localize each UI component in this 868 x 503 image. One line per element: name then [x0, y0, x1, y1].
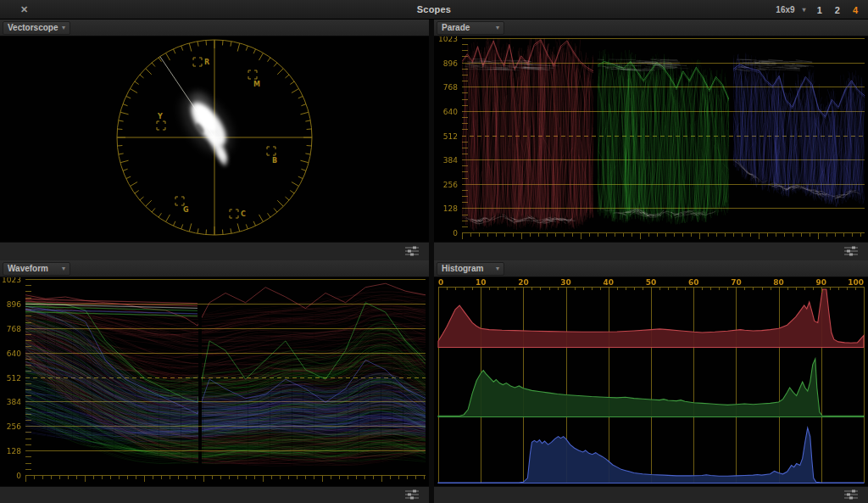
chevron-down-icon: ▾ — [62, 265, 65, 272]
close-icon[interactable]: ✕ — [20, 0, 28, 20]
chevron-down-icon: ▾ — [803, 7, 806, 14]
scope-settings-icon[interactable] — [844, 489, 858, 500]
waveform-header: Waveform ▾ — [0, 260, 429, 277]
waveform-display — [0, 277, 429, 486]
aspect-ratio-value: 16x9 — [776, 5, 794, 14]
vectorscope-type-dropdown[interactable]: Vectorscope ▾ — [3, 21, 70, 35]
aspect-ratio-select[interactable]: 16x9 ▾ — [776, 5, 805, 14]
parade-display — [434, 36, 868, 242]
layout-two-button[interactable]: 2 — [833, 4, 842, 16]
scopes-window: ✕ Scopes 16x9 ▾ 1 2 4 Vectorscope ▾ RMYB… — [0, 0, 868, 503]
histogram-panel: Histogram ▾ — [434, 260, 868, 503]
scope-settings-icon[interactable] — [405, 489, 419, 500]
titlebar: ✕ Scopes 16x9 ▾ 1 2 4 — [0, 0, 868, 20]
panel-title: Waveform — [8, 264, 48, 273]
chevron-down-icon: ▾ — [496, 265, 499, 272]
parade-trace — [434, 36, 868, 242]
histogram-footer — [434, 486, 868, 503]
vectorscope-header: Vectorscope ▾ — [0, 20, 429, 36]
svg-text:B: B — [272, 157, 277, 165]
vectorscope-graticule: RMYBGC — [0, 36, 429, 242]
svg-text:C: C — [241, 210, 246, 218]
panel-title: Parade — [442, 23, 470, 32]
chevron-down-icon: ▾ — [496, 25, 499, 31]
histogram-header: Histogram ▾ — [434, 260, 868, 277]
vectorscope-footer — [0, 242, 429, 260]
waveform-trace — [0, 277, 429, 486]
waveform-panel: Waveform ▾ — [0, 260, 429, 503]
parade-header: Parade ▾ — [434, 20, 868, 36]
panel-title: Histogram — [442, 264, 483, 273]
histogram-chart — [434, 277, 868, 486]
layout-four-button[interactable]: 4 — [851, 4, 860, 16]
scope-settings-icon[interactable] — [844, 246, 858, 257]
parade-panel: Parade ▾ — [434, 20, 868, 260]
svg-text:Y: Y — [157, 113, 163, 120]
parade-footer — [434, 242, 868, 260]
chevron-down-icon: ▾ — [62, 25, 65, 31]
scope-settings-icon[interactable] — [405, 246, 419, 257]
vectorscope-panel: Vectorscope ▾ RMYBGC — [0, 20, 429, 260]
waveform-type-dropdown[interactable]: Waveform ▾ — [3, 262, 70, 276]
panel-title: Vectorscope — [8, 23, 58, 32]
svg-text:G: G — [183, 206, 189, 214]
window-title: Scopes — [417, 4, 451, 14]
parade-type-dropdown[interactable]: Parade ▾ — [437, 21, 504, 35]
scopes-grid: Vectorscope ▾ RMYBGC Parade ▾ — [0, 20, 868, 503]
layout-one-button[interactable]: 1 — [815, 4, 824, 16]
svg-text:M: M — [253, 81, 260, 88]
svg-text:R: R — [204, 59, 209, 66]
vectorscope-display: RMYBGC — [0, 36, 429, 242]
titlebar-controls: 16x9 ▾ 1 2 4 — [776, 0, 860, 20]
histogram-type-dropdown[interactable]: Histogram ▾ — [437, 262, 504, 276]
waveform-footer — [0, 486, 429, 503]
histogram-display — [434, 277, 868, 486]
